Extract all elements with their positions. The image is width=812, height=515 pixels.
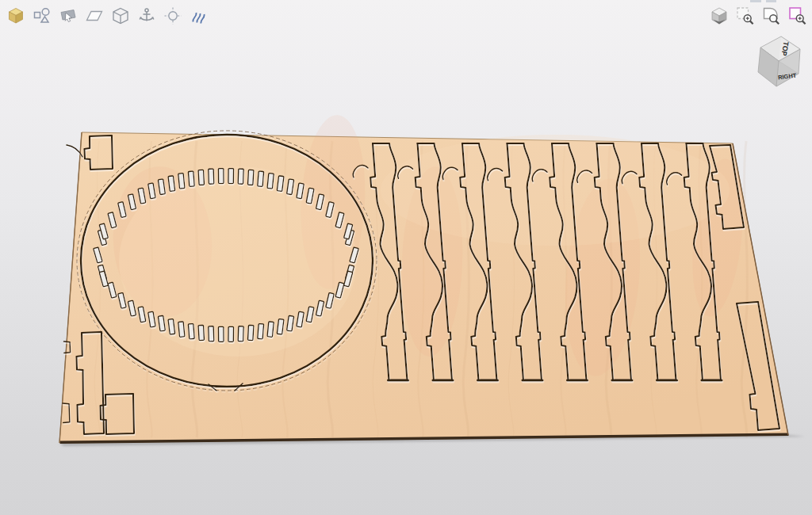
zoom-window-icon	[787, 6, 808, 26]
zoom-to-selection-button[interactable]	[735, 6, 756, 26]
image-decal-icon	[59, 6, 78, 25]
plane-icon	[85, 6, 104, 25]
anchor-button[interactable]	[137, 6, 156, 25]
sketch-shapes-button[interactable]	[33, 6, 52, 25]
plane-button[interactable]	[85, 6, 104, 25]
anchor-icon	[137, 6, 156, 25]
solid-cube-icon	[6, 6, 25, 25]
window-artifact	[766, 0, 776, 2]
cad-application-window: { "toolbar_left": { "items": [ {"name": …	[0, 0, 812, 515]
zoom-fit-button[interactable]	[761, 6, 782, 26]
waves-icon	[190, 6, 209, 25]
window-artifact	[750, 0, 761, 2]
sketch-shapes-icon	[33, 6, 52, 25]
toolbar-right	[709, 6, 808, 26]
plywood-sheet[interactable]	[59, 113, 789, 444]
insert-image-button[interactable]	[59, 6, 78, 25]
shaded-cube-icon	[709, 6, 730, 26]
display-mode-button[interactable]	[709, 6, 730, 26]
origin-point-button[interactable]	[163, 6, 182, 25]
wireframe-cube-icon	[111, 6, 130, 25]
solid-body-button[interactable]	[6, 6, 25, 25]
viewport-canvas[interactable]	[0, 0, 812, 515]
view-cube-right-label: RIGHT	[778, 72, 798, 82]
toolbar-left	[6, 6, 209, 25]
origin-circle-icon	[163, 6, 182, 25]
box-wireframe-button[interactable]	[111, 6, 130, 25]
zoom-window-button[interactable]	[787, 6, 808, 26]
zoom-fit-icon	[761, 6, 782, 26]
view-cube[interactable]: TOP RIGHT	[754, 34, 806, 91]
wave-texture-button[interactable]	[190, 6, 209, 25]
zoom-selection-icon	[735, 6, 756, 26]
